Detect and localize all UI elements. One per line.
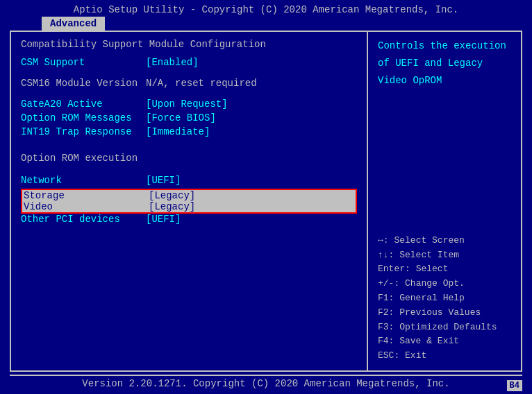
help-line-2: of UEFI and Legacy: [378, 56, 511, 71]
other-pci-row[interactable]: Other PCI devices [UEFI]: [21, 214, 357, 225]
csm16-row: CSM16 Module Version N/A, reset required: [21, 78, 357, 89]
corner-badge: B4: [507, 380, 522, 391]
gatea20-label: GateA20 Active: [21, 98, 146, 110]
key-help-section: ↔: Select Screen ↑↓: Select Item Enter: …: [378, 234, 511, 363]
csm-support-row[interactable]: CSM Support [Enabled]: [21, 57, 357, 68]
help-line-1: Controls the execution: [378, 39, 511, 53]
title-bar: Aptio Setup Utility - Copyright (C) 2020…: [0, 0, 532, 17]
gatea20-value: [Upon Request]: [146, 98, 228, 110]
help-text-group: Controls the execution of UEFI and Legac…: [378, 39, 511, 91]
int19-label: INT19 Trap Response: [21, 126, 146, 137]
network-value: [UEFI]: [146, 175, 181, 186]
csm16-label: CSM16 Module Version: [21, 78, 146, 89]
other-pci-value: [UEFI]: [146, 214, 181, 225]
storage-row[interactable]: Storage [Legacy]: [22, 190, 356, 201]
key-esc: ESC: Exit: [378, 349, 511, 363]
key-select: Enter: Select: [378, 262, 511, 277]
video-value: [Legacy]: [149, 201, 195, 212]
int19-value: [Immediate]: [146, 126, 210, 137]
option-rom-messages-value: [Force BIOS]: [146, 112, 216, 123]
csm-support-value: [Enabled]: [146, 57, 199, 68]
key-optimized-defaults: F3: Optimized Defaults: [378, 320, 511, 335]
network-row[interactable]: Network [UEFI]: [21, 175, 357, 186]
key-save-exit: F4: Save & Exit: [378, 334, 511, 349]
storage-value: [Legacy]: [149, 190, 195, 201]
network-label: Network: [21, 175, 146, 186]
key-general-help: F1: General Help: [378, 291, 511, 306]
option-rom-messages-label: Option ROM Messages: [21, 112, 146, 123]
highlighted-group: Storage [Legacy] Video [Legacy]: [21, 189, 357, 214]
right-panel: Controls the execution of UEFI and Legac…: [368, 32, 521, 370]
option-rom-section-title: Option ROM execution: [21, 153, 357, 164]
version-bar: Version 2.20.1271. Copyright (C) 2020 Am…: [10, 375, 522, 391]
key-previous-values: F2: Previous Values: [378, 306, 511, 320]
csm-support-label: CSM Support: [21, 57, 146, 68]
help-line-3: Video OpROM: [378, 74, 511, 88]
key-select-item: ↑↓: Select Item: [378, 248, 511, 263]
tab-advanced[interactable]: Advanced: [42, 17, 105, 31]
storage-label: Storage: [24, 190, 149, 201]
other-pci-label: Other PCI devices: [21, 214, 146, 225]
video-label: Video: [24, 201, 149, 212]
key-select-screen: ↔: Select Screen: [378, 234, 511, 248]
option-rom-messages-row[interactable]: Option ROM Messages [Force BIOS]: [21, 112, 357, 123]
key-change-opt: +/-: Change Opt.: [378, 277, 511, 291]
csm16-value: N/A, reset required: [146, 78, 257, 89]
gatea20-row[interactable]: GateA20 Active [Upon Request]: [21, 98, 357, 110]
int19-row[interactable]: INT19 Trap Response [Immediate]: [21, 126, 357, 137]
video-row[interactable]: Video [Legacy]: [22, 201, 356, 212]
section-title: Compatibility Support Module Configurati…: [21, 39, 357, 50]
left-panel: Compatibility Support Module Configurati…: [11, 32, 368, 370]
